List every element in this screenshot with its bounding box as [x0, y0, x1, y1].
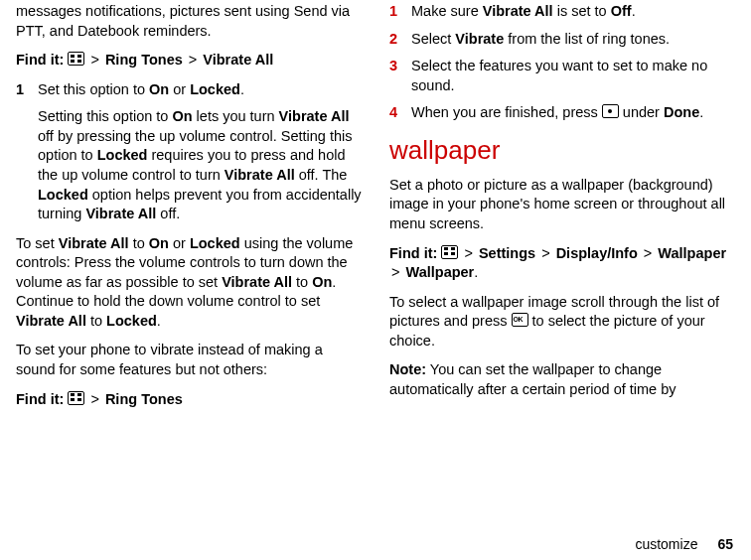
- path-ring-tones: Ring Tones: [105, 52, 183, 68]
- step-text: Select Vibrate from the list of ring ton…: [411, 30, 735, 50]
- step-text: When you are finished, press under Done.: [411, 103, 735, 123]
- manual-page: messages notifications, pictures sent us…: [0, 0, 751, 560]
- path-display-info: Display/Info: [556, 245, 638, 261]
- path-wallpaper-2: Wallpaper: [406, 264, 475, 280]
- path-settings: Settings: [479, 245, 535, 261]
- step-text: Select the features you want to set to m…: [411, 57, 735, 95]
- menu-icon: [68, 391, 84, 405]
- find-it-wallpaper: Find it: > Settings > Display/Info > Wal…: [389, 244, 735, 283]
- wallpaper-select: To select a wallpaper image scroll throu…: [389, 293, 735, 351]
- find-it-2: Find it: > Ring Tones: [16, 390, 362, 410]
- step-1: 1 Make sure Vibrate All is set to Off.: [389, 2, 735, 22]
- footer-label: customize: [635, 536, 697, 552]
- step-2: 2 Select Vibrate from the list of ring t…: [389, 30, 735, 50]
- menu-icon: [68, 52, 84, 66]
- find-it-1: Find it: > Ring Tones > Vibrate All: [16, 51, 362, 70]
- page-number: 65: [717, 536, 733, 552]
- columns: messages notifications, pictures sent us…: [16, 2, 735, 419]
- step-1: 1 Set this option to On or Locked.: [16, 80, 362, 100]
- step-text: Make sure Vibrate All is set to Off.: [411, 2, 735, 22]
- wallpaper-heading: wallpaper: [389, 133, 735, 168]
- softkey-icon: [602, 104, 619, 118]
- find-it-label: Find it:: [389, 245, 437, 261]
- step-1-detail: Setting this option to On lets you turn …: [16, 107, 362, 223]
- step-number: 1: [389, 2, 411, 22]
- wallpaper-description: Set a photo or picture as a wallpaper (b…: [389, 176, 735, 234]
- volume-paragraph: To set Vibrate All to On or Locked using…: [16, 234, 362, 332]
- wallpaper-note: Note: You can set the wallpaper to chang…: [389, 360, 735, 399]
- intro-text: messages notifications, pictures sent us…: [16, 2, 362, 41]
- step-number: 1: [16, 80, 38, 100]
- step-number: 2: [389, 30, 411, 50]
- step-text: Set this option to On or Locked.: [38, 80, 362, 100]
- menu-icon: [441, 245, 458, 259]
- vibrate-some-paragraph: To set your phone to vibrate instead of …: [16, 341, 362, 379]
- step-3: 3 Select the features you want to set to…: [389, 57, 735, 95]
- right-column: 1 Make sure Vibrate All is set to Off. 2…: [389, 2, 735, 419]
- path-vibrate-all: Vibrate All: [203, 52, 273, 68]
- find-it-label: Find it:: [16, 391, 64, 407]
- ok-icon: [512, 313, 528, 327]
- step-number: 4: [389, 103, 411, 123]
- note-label: Note:: [389, 361, 426, 377]
- step-number: 3: [389, 57, 411, 95]
- left-column: messages notifications, pictures sent us…: [16, 2, 362, 419]
- find-it-label: Find it:: [16, 52, 64, 68]
- path-wallpaper: Wallpaper: [658, 245, 726, 261]
- step-4: 4 When you are finished, press under Don…: [389, 103, 735, 123]
- page-footer: customize65: [635, 535, 733, 554]
- path-ring-tones: Ring Tones: [105, 391, 183, 407]
